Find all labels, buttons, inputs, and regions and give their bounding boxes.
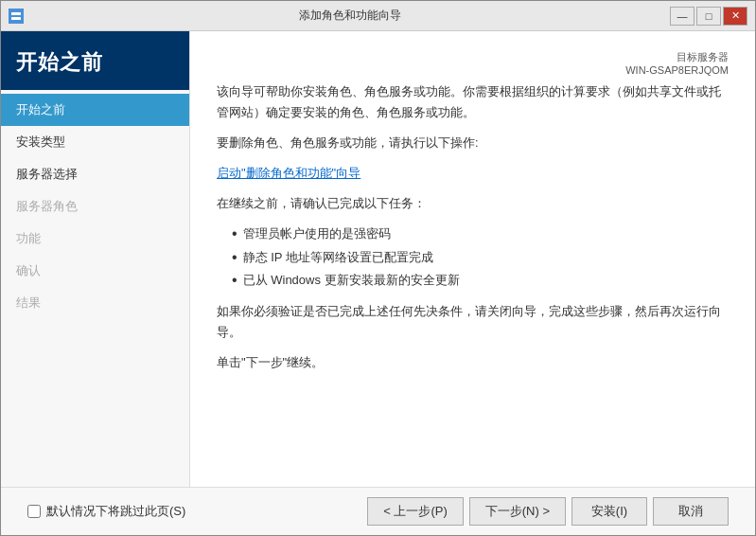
right-content: 该向导可帮助你安装角色、角色服务或功能。你需要根据组织的计算要求（例如共享文件或… bbox=[217, 81, 729, 477]
nav-item-start[interactable]: 开始之前 bbox=[1, 94, 189, 126]
server-name: WIN-GSAP8ERJQOM bbox=[625, 64, 729, 76]
window-title: 添加角色和功能向导 bbox=[29, 8, 670, 24]
nav-item-features: 功能 bbox=[1, 223, 189, 255]
title-bar: 添加角色和功能向导 — □ ✕ bbox=[1, 1, 755, 31]
bullet-item-2: • 静态 IP 地址等网络设置已配置完成 bbox=[232, 247, 729, 268]
verify-paragraph: 如果你必须验证是否已完成上述任何先决条件，请关闭向导，完成这些步骤，然后再次运行… bbox=[217, 301, 729, 343]
skip-checkbox-area: 默认情况下将跳过此页(S) bbox=[27, 503, 185, 520]
maximize-button[interactable]: □ bbox=[696, 7, 721, 26]
wizard-link[interactable]: 启动"删除角色和功能"向导 bbox=[217, 163, 729, 184]
main-window: 添加角色和功能向导 — □ ✕ 开始之前 开始之前 安装类型 服务器选择 服务器… bbox=[0, 0, 756, 536]
footer: 默认情况下将跳过此页(S) < 上一步(P) 下一步(N) > 安装(I) 取消 bbox=[1, 487, 755, 535]
svg-rect-0 bbox=[11, 12, 21, 15]
server-icon bbox=[9, 9, 24, 24]
install-button[interactable]: 安装(I) bbox=[571, 497, 647, 526]
left-header: 开始之前 bbox=[1, 31, 189, 90]
nav-item-install-type[interactable]: 安装类型 bbox=[1, 126, 189, 158]
bullet-text-3: 已从 Windows 更新安装最新的安全更新 bbox=[243, 270, 460, 291]
prev-button[interactable]: < 上一步(P) bbox=[367, 497, 464, 526]
close-button[interactable]: ✕ bbox=[723, 7, 747, 26]
nav-item-server-select[interactable]: 服务器选择 bbox=[1, 158, 189, 190]
nav-item-server-roles: 服务器角色 bbox=[1, 190, 189, 223]
svg-rect-1 bbox=[11, 17, 21, 20]
server-info: 目标服务器 WIN-GSAP8ERJQOM bbox=[217, 50, 729, 76]
button-group: < 上一步(P) 下一步(N) > 安装(I) 取消 bbox=[367, 497, 729, 526]
bullet-text-1: 管理员帐户使用的是强密码 bbox=[243, 223, 391, 244]
delete-instruction: 要删除角色、角色服务或功能，请执行以下操作: bbox=[217, 133, 729, 153]
bullet-dot-3: • bbox=[232, 270, 237, 291]
skip-checkbox[interactable] bbox=[27, 505, 41, 518]
nav-item-confirm: 确认 bbox=[1, 255, 189, 287]
remove-roles-link[interactable]: 启动"删除角色和功能"向导 bbox=[217, 166, 360, 180]
right-panel: 目标服务器 WIN-GSAP8ERJQOM 该向导可帮助你安装角色、角色服务或功… bbox=[190, 31, 755, 487]
title-bar-left bbox=[9, 9, 29, 24]
task-list: • 管理员帐户使用的是强密码 • 静态 IP 地址等网络设置已配置完成 • 已从… bbox=[232, 223, 729, 291]
minimize-button[interactable]: — bbox=[670, 7, 694, 26]
bullet-dot-1: • bbox=[232, 223, 237, 244]
next-button[interactable]: 下一步(N) > bbox=[469, 497, 566, 526]
skip-label[interactable]: 默认情况下将跳过此页(S) bbox=[46, 503, 185, 520]
bullet-dot-2: • bbox=[232, 247, 237, 268]
left-header-title: 开始之前 bbox=[16, 48, 174, 77]
title-bar-controls: — □ ✕ bbox=[670, 7, 747, 26]
left-panel: 开始之前 开始之前 安装类型 服务器选择 服务器角色 功能 确认 结果 bbox=[1, 31, 190, 487]
server-label: 目标服务器 bbox=[677, 51, 729, 63]
nav-items: 开始之前 安装类型 服务器选择 服务器角色 功能 确认 结果 bbox=[1, 94, 189, 319]
bullet-text-2: 静态 IP 地址等网络设置已配置完成 bbox=[243, 247, 433, 268]
bullet-item-3: • 已从 Windows 更新安装最新的安全更新 bbox=[232, 270, 729, 291]
tasks-intro: 在继续之前，请确认已完成以下任务： bbox=[217, 193, 729, 214]
cancel-button[interactable]: 取消 bbox=[653, 497, 729, 526]
bullet-item-1: • 管理员帐户使用的是强密码 bbox=[232, 223, 729, 244]
content-area: 开始之前 开始之前 安装类型 服务器选择 服务器角色 功能 确认 结果 目标服务… bbox=[1, 31, 755, 487]
intro-paragraph: 该向导可帮助你安装角色、角色服务或功能。你需要根据组织的计算要求（例如共享文件或… bbox=[217, 81, 729, 123]
nav-item-results: 结果 bbox=[1, 287, 189, 319]
continue-paragraph: 单击"下一步"继续。 bbox=[217, 352, 729, 373]
